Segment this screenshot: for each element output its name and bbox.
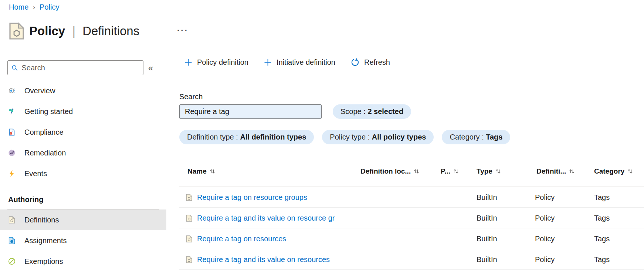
sidebar-item-label: Events [24,170,47,178]
column-header-p[interactable]: P... [441,167,459,175]
column-label: Category [594,167,624,175]
plus-icon [264,58,272,66]
sort-icon [210,168,215,174]
refresh-button[interactable]: Refresh [351,58,390,67]
definition-link[interactable]: Require a tag and its value on resource … [197,214,335,222]
main-content: Policy definition Initiative definition … [179,52,644,275]
name-cell: Require a tag on resources [186,228,286,249]
more-actions-icon[interactable]: ··· [177,26,189,36]
events-icon [8,170,16,177]
definition-cell: Policy [535,228,555,249]
column-label: Definition loc... [360,167,411,175]
type-cell: BuiltIn [477,228,497,249]
table-body: Require a tag on resource groups BuiltIn… [179,187,644,270]
column-header-definition[interactable]: Definiti... [536,167,574,175]
type-cell: BuiltIn [477,249,497,270]
sort-icon [414,168,419,174]
name-cell: Require a tag and its value on resources [186,249,330,270]
pill-separator: : [362,107,368,116]
search-icon [11,64,18,71]
category-cell: Tags [594,208,610,228]
initiative-definition-button[interactable]: Initiative definition [264,58,335,67]
table-row: Require a tag and its value on resource … [179,208,644,228]
breadcrumb-home-link[interactable]: Home [9,3,28,11]
definition-cell: Policy [535,208,555,228]
policy-document-icon [186,256,192,264]
sidebar-item-overview[interactable]: Overview [0,80,166,101]
refresh-icon [351,58,359,67]
column-label: Definiti... [536,167,566,175]
sidebar-search-input[interactable] [21,64,139,72]
page-title-blade: Definitions [82,24,139,38]
page-title: Policy | Definitions [29,24,139,38]
column-header-category[interactable]: Category [594,167,633,175]
sidebar-item-definitions[interactable]: Definitions [0,209,166,230]
column-header-definition-location[interactable]: Definition loc... [360,167,419,175]
sort-icon [627,168,633,174]
collapse-sidebar-icon[interactable]: « [148,63,153,73]
column-header-type[interactable]: Type [477,167,501,175]
pill-value: 2 selected [367,107,403,116]
column-label: Name [187,167,207,175]
sidebar-item-assignments[interactable]: Assignments [0,230,166,251]
scope-filter-pill[interactable]: Scope : 2 selected [333,104,411,119]
pill-value: All policy types [372,133,426,141]
definition-cell: Policy [535,249,555,270]
breadcrumb-policy-link[interactable]: Policy [40,3,59,11]
sidebar-item-getting-started[interactable]: Getting started [0,101,166,122]
policy-definition-label: Policy definition [197,58,248,67]
policy-definitions-page: Home › Policy Policy | Definitions ··· « [0,0,644,275]
sidebar-item-label: Compliance [24,128,64,137]
sidebar-nav: Overview Getting started Complia [0,80,166,272]
sidebar-item-exemptions[interactable]: Exemptions [0,251,166,272]
sort-icon [453,168,459,174]
type-cell: BuiltIn [477,187,497,208]
policy-type-filter-pill[interactable]: Policy type : All policy types [322,130,434,144]
sidebar-search-box [7,60,143,75]
pill-value: Tags [486,133,502,141]
filter-pills-row: Definition type : All definition types P… [179,130,510,144]
policy-document-icon [186,194,192,201]
definition-search-input[interactable] [179,104,322,119]
sidebar-item-label: Definitions [24,216,59,224]
table-row: Require a tag on resource groups BuiltIn… [179,187,644,208]
sidebar-item-events[interactable]: Events [0,163,166,184]
policy-definition-button[interactable]: Policy definition [184,58,248,67]
policy-document-icon [186,214,192,222]
page-title-separator: | [72,24,75,38]
definition-link[interactable]: Require a tag on resource groups [197,193,307,202]
page-header: Policy | Definitions ··· [9,22,139,40]
sidebar-item-remediation[interactable]: Remediation [0,142,166,163]
name-cell: Require a tag and its value on resource … [186,208,335,228]
definition-cell: Policy [535,187,555,208]
category-filter-pill[interactable]: Category : Tags [442,130,510,144]
sort-icon [495,168,501,174]
definition-link[interactable]: Require a tag and its value on resources [197,255,330,264]
pill-separator: : [366,133,372,141]
sidebar-item-compliance[interactable]: Compliance [0,122,166,142]
sidebar-item-label: Getting started [24,107,73,116]
plus-icon [184,58,192,66]
table-row: Require a tag on resources BuiltIn Polic… [179,228,644,249]
sort-icon [569,168,574,174]
refresh-label: Refresh [364,58,390,67]
pill-value: All definition types [240,133,306,141]
table-row: Require a tag and its value on resources… [179,249,644,270]
definition-type-filter-pill[interactable]: Definition type : All definition types [179,130,314,144]
table-header: Name Definition loc... P... Type Definit… [179,167,644,181]
pill-label: Policy type [330,133,366,141]
definition-link[interactable]: Require a tag on resources [197,235,286,243]
column-header-name[interactable]: Name [187,167,215,175]
assignments-icon [8,237,16,244]
command-bar: Policy definition Initiative definition … [184,55,390,70]
pill-label: Definition type [187,133,234,141]
breadcrumb: Home › Policy [9,3,59,11]
sidebar-section-authoring: Authoring [0,195,166,204]
remediation-icon [8,149,16,157]
definitions-icon [8,216,16,224]
pill-separator: : [234,133,240,141]
overview-icon [8,87,16,94]
pill-label: Scope [340,107,362,116]
policy-document-icon [9,22,24,40]
getting-started-icon [8,108,16,115]
